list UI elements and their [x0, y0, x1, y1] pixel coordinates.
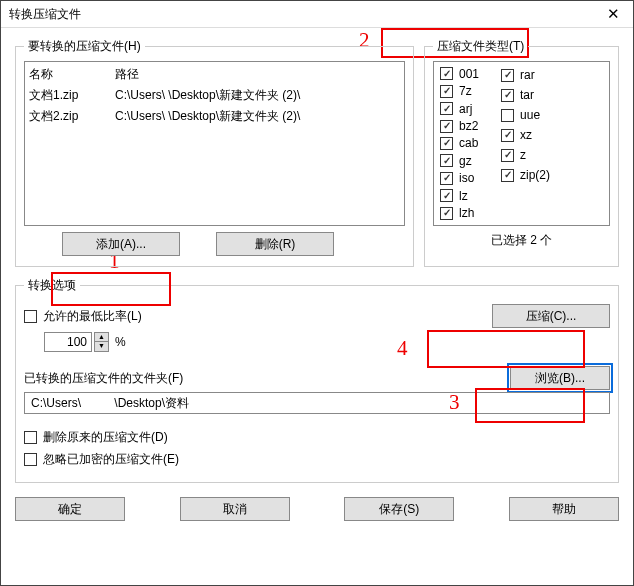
checkbox-icon — [440, 154, 453, 167]
conv-legend: 转换选项 — [24, 277, 80, 294]
types-legend: 压缩文件类型(T) — [433, 38, 528, 55]
type-label: lz — [459, 189, 468, 203]
col-name-header: 名称 — [29, 66, 99, 83]
ok-button[interactable]: 确定 — [15, 497, 125, 521]
list-item[interactable]: 文档1.zip C:\Users\ \Desktop\新建文件夹 (2)\ — [29, 85, 400, 106]
type-label: iso — [459, 171, 474, 185]
type-label: uue — [520, 108, 540, 122]
help-button[interactable]: 帮助 — [509, 497, 619, 521]
checkbox-icon — [440, 172, 453, 185]
types-group: 压缩文件类型(T) 0017zarjbz2cabgzisolzlzh rarta… — [424, 38, 619, 267]
type-label: cab — [459, 136, 478, 150]
type-check-tar[interactable]: tar — [501, 86, 550, 104]
checkbox-icon — [501, 129, 514, 142]
col-path-header: 路径 — [115, 66, 139, 83]
type-label: lzh — [459, 206, 474, 220]
files-group: 要转换的压缩文件(H) 名称 路径 文档1.zip C:\Users\ \Des… — [15, 38, 414, 267]
type-label: xz — [520, 128, 532, 142]
type-check-xz[interactable]: xz — [501, 126, 550, 144]
titlebar: 转换压缩文件 ✕ — [1, 1, 633, 28]
folder-label: 已转换的压缩文件的文件夹(F) — [24, 370, 183, 387]
ratio-stepper[interactable]: ▲▼ — [44, 332, 109, 352]
type-check-z[interactable]: z — [501, 146, 550, 164]
types-grid: 0017zarjbz2cabgzisolzlzh rartaruuexzzzip… — [433, 61, 610, 226]
delete-original-check[interactable]: 删除原来的压缩文件(D) — [24, 428, 168, 446]
checkbox-icon — [501, 149, 514, 162]
type-check-001[interactable]: 001 — [440, 66, 479, 81]
dialog-button-bar: 确定 取消 保存(S) 帮助 — [15, 489, 619, 521]
type-label: z — [520, 148, 526, 162]
checkbox-icon — [440, 137, 453, 150]
add-button[interactable]: 添加(A)... — [62, 232, 180, 256]
type-label: gz — [459, 154, 472, 168]
checkbox-icon — [501, 89, 514, 102]
type-check-uue[interactable]: uue — [501, 106, 550, 124]
type-check-zip(2)[interactable]: zip(2) — [501, 166, 550, 184]
checkbox-icon — [501, 169, 514, 182]
files-legend: 要转换的压缩文件(H) — [24, 38, 145, 55]
checkbox-icon — [24, 310, 37, 323]
file-list[interactable]: 名称 路径 文档1.zip C:\Users\ \Desktop\新建文件夹 (… — [24, 61, 405, 226]
browse-button[interactable]: 浏览(B)... — [510, 366, 610, 390]
selected-count: 已选择 2 个 — [433, 226, 610, 249]
list-item[interactable]: 文档2.zip C:\Users\ \Desktop\新建文件夹 (2)\ — [29, 106, 400, 127]
checkbox-icon — [24, 453, 37, 466]
checkbox-icon — [501, 109, 514, 122]
window-title: 转换压缩文件 — [1, 6, 81, 23]
window-frame: 转换压缩文件 ✕ 1 2 3 4 要转换的压缩文件(H) 名称 路径 文档1.z — [0, 0, 634, 586]
ratio-suffix: % — [115, 335, 126, 349]
type-label: arj — [459, 102, 472, 116]
checkbox-icon — [440, 102, 453, 115]
type-label: bz2 — [459, 119, 478, 133]
checkbox-icon — [440, 207, 453, 220]
checkbox-icon — [24, 431, 37, 444]
type-check-gz[interactable]: gz — [440, 153, 479, 168]
type-label: 7z — [459, 84, 472, 98]
checkbox-icon — [440, 67, 453, 80]
type-check-bz2[interactable]: bz2 — [440, 118, 479, 133]
skip-encrypted-label: 忽略已加密的压缩文件(E) — [43, 451, 179, 468]
type-check-7z[interactable]: 7z — [440, 83, 479, 98]
conversion-options: 转换选项 允许的最低比率(L) 压缩(C)... ▲▼ % — [15, 277, 619, 483]
type-check-arj[interactable]: arj — [440, 101, 479, 116]
delete-original-label: 删除原来的压缩文件(D) — [43, 429, 168, 446]
type-check-iso[interactable]: iso — [440, 171, 479, 186]
skip-encrypted-check[interactable]: 忽略已加密的压缩文件(E) — [24, 450, 179, 468]
allow-min-ratio-label: 允许的最低比率(L) — [43, 308, 142, 325]
spin-arrows[interactable]: ▲▼ — [94, 332, 109, 352]
ratio-input[interactable] — [44, 332, 92, 352]
type-check-cab[interactable]: cab — [440, 136, 479, 151]
type-check-lzh[interactable]: lzh — [440, 206, 479, 221]
type-check-lz[interactable]: lz — [440, 188, 479, 203]
delete-button[interactable]: 删除(R) — [216, 232, 334, 256]
type-label: 001 — [459, 67, 479, 81]
close-icon[interactable]: ✕ — [593, 1, 633, 28]
allow-min-ratio-check[interactable]: 允许的最低比率(L) — [24, 307, 142, 325]
cancel-button[interactable]: 取消 — [180, 497, 290, 521]
checkbox-icon — [440, 120, 453, 133]
checkbox-icon — [440, 189, 453, 202]
type-check-rar[interactable]: rar — [501, 66, 550, 84]
type-label: tar — [520, 88, 534, 102]
type-label: rar — [520, 68, 535, 82]
type-label: zip(2) — [520, 168, 550, 182]
folder-path-input[interactable] — [24, 392, 610, 414]
compress-button[interactable]: 压缩(C)... — [492, 304, 610, 328]
save-button[interactable]: 保存(S) — [344, 497, 454, 521]
checkbox-icon — [440, 85, 453, 98]
checkbox-icon — [501, 69, 514, 82]
